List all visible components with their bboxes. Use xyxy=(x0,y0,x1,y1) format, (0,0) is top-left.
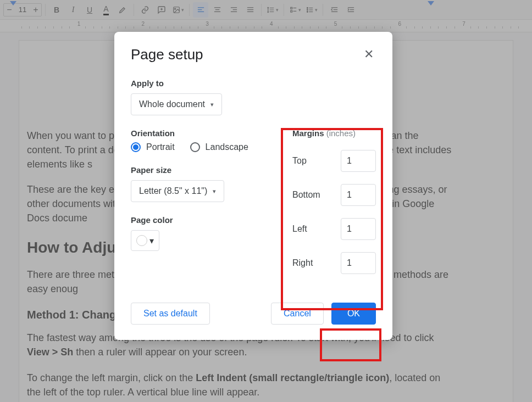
modal-overlay: Page setup ✕ Apply to Whole document ▾ O… xyxy=(0,0,532,402)
paper-size-value: Letter (8.5" x 11") xyxy=(139,186,207,196)
cancel-button[interactable]: Cancel xyxy=(271,303,324,325)
margin-left-label: Left xyxy=(292,224,307,234)
radio-selected-icon xyxy=(131,142,141,152)
dialog-title: Page setup xyxy=(131,46,203,63)
radio-unselected-icon xyxy=(190,142,200,152)
ok-button[interactable]: OK xyxy=(331,303,376,325)
set-as-default-button[interactable]: Set as default xyxy=(131,303,210,325)
margin-top-label: Top xyxy=(292,156,307,166)
chevron-down-icon: ▾ xyxy=(149,236,154,246)
page-color-picker[interactable]: ▾ xyxy=(131,230,159,251)
color-swatch-icon xyxy=(136,235,147,246)
close-icon[interactable]: ✕ xyxy=(362,46,376,63)
paper-size-label: Paper size xyxy=(131,165,274,175)
apply-to-label: Apply to xyxy=(131,79,376,88)
orientation-landscape-radio[interactable]: Landscape xyxy=(190,142,248,152)
margin-right-input[interactable] xyxy=(341,252,376,274)
page-setup-dialog: Page setup ✕ Apply to Whole document ▾ O… xyxy=(114,32,392,340)
apply-to-dropdown[interactable]: Whole document ▾ xyxy=(131,93,222,115)
paper-size-dropdown[interactable]: Letter (8.5" x 11") ▾ xyxy=(131,180,224,202)
margin-right-label: Right xyxy=(292,258,313,268)
chevron-down-icon: ▾ xyxy=(210,101,214,108)
orientation-portrait-radio[interactable]: Portrait xyxy=(131,142,175,152)
margin-bottom-input[interactable] xyxy=(341,184,376,206)
margin-bottom-label: Bottom xyxy=(292,190,320,200)
page-color-label: Page color xyxy=(131,215,274,225)
orientation-label: Orientation xyxy=(131,129,274,138)
margins-label: Margins (inches) xyxy=(292,129,376,138)
margin-left-input[interactable] xyxy=(341,218,376,240)
chevron-down-icon: ▾ xyxy=(213,188,216,195)
margin-top-input[interactable] xyxy=(341,150,376,172)
apply-to-value: Whole document xyxy=(139,99,205,109)
annotation-highlight-ok xyxy=(320,328,381,361)
